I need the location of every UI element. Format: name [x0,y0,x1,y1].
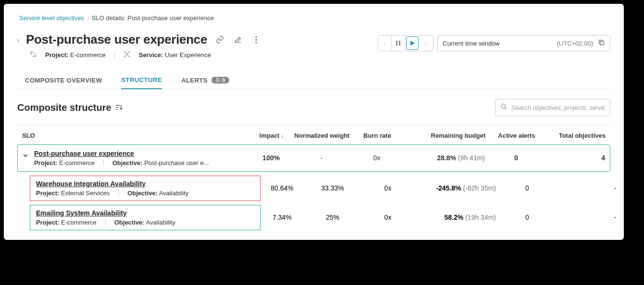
remaining-sub: (9h 41m) [458,154,485,162]
svg-point-5 [126,54,127,55]
timezone: (UTC+02:00) [557,40,594,47]
burn-value: 0x [361,184,414,192]
col-burn[interactable]: Burn rate [351,132,404,139]
separator [118,190,119,196]
sort-down-icon: ↓ [281,133,284,139]
row-project-value: E-commerce [61,219,97,226]
edit-icon[interactable] [232,34,244,46]
burn-value: 0x [350,154,403,162]
project-value: E-commerce [70,51,106,59]
service-icon [124,51,130,59]
slo-name-link[interactable]: Warehouse Integration Availability [36,180,254,188]
project-label: Project: [45,51,68,59]
service-value: User Experience [165,51,211,59]
row-project-label: Project: [36,190,59,197]
sort-icon[interactable] [115,102,123,113]
tab-alerts[interactable]: ALERTS 0 [181,72,229,89]
remaining-value: 28.8% [437,154,456,162]
time-window-display[interactable]: Current time window (UTC+02:00) [437,35,610,51]
impact-value: 80.64% [260,184,304,192]
service-label: Service: [139,51,163,59]
more-menu-icon[interactable] [250,34,262,46]
table-header: SLO Impact↓ Normalized weight Burn rate … [17,125,610,143]
objectives-value: 4 [601,154,605,162]
tab-structure[interactable]: STRUCTURE [121,71,162,89]
svg-point-4 [35,56,36,57]
row-project-value: E-commerce [59,159,95,166]
svg-marker-12 [410,41,415,46]
impact-value: 7.34% [260,214,304,221]
separator [114,52,115,59]
alerts-value: 0 [496,184,558,192]
slo-name-link[interactable]: Post-purchase user experience [34,150,209,157]
row-objective-value: Post-purchase user e... [144,159,209,166]
table-row-child[interactable]: Emailing System Availability Project: E-… [30,205,610,230]
svg-point-14 [501,104,506,108]
objectives-value: - [558,184,616,192]
alerts-badge-count: 0 [222,77,225,83]
alerts-value: 0 [514,154,518,162]
search-input[interactable] [511,104,605,111]
remaining-value: -245.8% [436,184,461,192]
breadcrumb: Service level objectives › SLO details: … [19,14,610,22]
svg-rect-10 [396,41,397,46]
svg-point-0 [256,36,257,37]
row-objective-value: Availability [146,219,175,226]
objectives-value: - [558,214,616,221]
collapse-caret-icon[interactable]: › [17,37,19,44]
svg-point-2 [256,42,257,43]
col-slo[interactable]: SLO [22,132,250,139]
col-impact[interactable]: Impact↓ [250,132,293,139]
normalized-value: 33.33% [304,184,361,192]
row-objective-label: Objective: [114,219,145,226]
row-project-label: Project: [34,159,57,166]
table-row-main[interactable]: Post-purchase user experience Project: E… [17,144,610,172]
play-button[interactable] [406,36,419,50]
svg-point-1 [256,39,257,40]
link-icon[interactable] [214,34,225,46]
next-button[interactable]: › [420,36,433,51]
row-objective-label: Objective: [112,159,143,166]
remaining-value: 58.2% [444,214,463,221]
row-project-label: Project: [36,219,59,226]
normalized-value: - [293,154,350,162]
chevron-right-icon: › [87,15,89,21]
tabs: COMPOSITE OVERVIEW STRUCTURE ALERTS 0 [17,71,610,89]
svg-rect-13 [600,41,604,45]
burn-value: 0x [361,214,414,221]
project-icon [30,51,37,59]
remaining-sub: (-82h 35m) [463,184,496,192]
col-normalized[interactable]: Normalized weight [293,132,351,140]
breadcrumb-current: SLO details: Post-purchase user experien… [92,14,214,22]
svg-point-3 [30,51,32,53]
row-project-value: External Services [61,190,110,197]
normalized-value: 25% [304,214,361,221]
time-window-label: Current time window [443,40,500,47]
section-title: Composite structure [17,102,123,113]
expand-toggle-icon[interactable] [23,153,29,160]
search-icon [500,103,508,112]
impact-value: 100% [262,154,280,162]
col-alerts[interactable]: Active alerts [485,132,548,139]
breadcrumb-root-link[interactable]: Service level objectives [19,14,84,22]
alerts-badge: 0 [211,77,229,83]
playback-controls: ‹ › [378,35,433,51]
pause-button[interactable] [392,36,405,51]
separator [105,219,106,226]
row-objective-label: Objective: [127,190,158,197]
page-title: Post-purchase user experience [26,32,207,47]
alerts-value: 0 [496,214,558,221]
col-remaining[interactable]: Remaining budget [404,132,485,140]
svg-rect-11 [399,41,400,46]
slo-name-link[interactable]: Emailing System Availability [36,209,254,217]
table-row-child[interactable]: Warehouse Integration Availability Proje… [30,176,610,201]
tab-alerts-label: ALERTS [181,77,208,84]
tab-overview[interactable]: COMPOSITE OVERVIEW [25,72,102,89]
search-box[interactable] [495,99,610,116]
col-objectives[interactable]: Total objectives [548,132,606,140]
separator [103,159,104,166]
copy-icon[interactable] [598,39,605,48]
row-objective-value: Availability [159,190,188,197]
prev-button[interactable]: ‹ [378,36,392,51]
remaining-sub: (19h 34m) [465,214,496,221]
